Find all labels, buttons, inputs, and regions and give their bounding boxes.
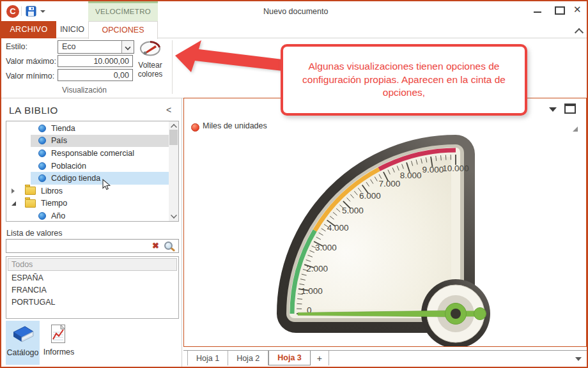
tree-item-body[interactable]: Tienda — [31, 122, 169, 135]
catalog-label: Catálogo — [6, 348, 40, 357]
min-value-field[interactable] — [58, 69, 133, 81]
dimension-dot-icon — [38, 162, 46, 170]
tree-item[interactable]: Población — [6, 160, 169, 172]
sheet-tab[interactable]: Hoja 2 — [228, 351, 268, 365]
tree-item-body[interactable]: Responsable comercial — [31, 147, 169, 160]
sheet-tab[interactable]: Hoja 3 — [268, 351, 311, 365]
panel-maximize-icon[interactable] — [564, 103, 576, 114]
sheet-overflow-icon[interactable] — [575, 357, 582, 361]
dimension-dot-icon — [38, 150, 46, 157]
list-item[interactable]: Todos — [8, 258, 177, 271]
annotation-callout: Algunas visualizaciones tienen opciones … — [281, 44, 527, 116]
svg-text:1.000: 1.000 — [301, 286, 323, 296]
document-title: Nuevo documento — [263, 7, 328, 16]
folder-icon — [25, 199, 36, 208]
flip-colors-label-1: Voltear — [138, 61, 162, 70]
list-item[interactable]: ESPAÑA — [6, 272, 178, 284]
tree-item-label: Año — [51, 211, 65, 220]
save-icon[interactable] — [26, 6, 36, 17]
app-logo-icon[interactable]: C — [6, 5, 19, 18]
svg-text:4.000: 4.000 — [327, 223, 349, 233]
reports-button[interactable]: Informes — [42, 321, 75, 365]
annotation-arrow — [171, 36, 286, 81]
max-value-label: Valor máximo: — [6, 57, 56, 66]
sidebar-title: LA BIBLIO — [9, 105, 58, 116]
style-select-value: Eco — [62, 42, 76, 51]
values-list-label: Lista de valores — [6, 229, 63, 238]
dimension-dot-icon — [38, 125, 46, 132]
values-list: TodosESPAÑAFRANCIAPORTUGAL — [6, 256, 179, 319]
minimize-button[interactable] — [534, 12, 541, 13]
svg-text:7.000: 7.000 — [379, 179, 401, 188]
tree-item[interactable]: Código tienda — [6, 172, 169, 185]
tree-item[interactable]: Año — [6, 210, 169, 222]
tree-item[interactable]: País — [6, 135, 169, 148]
search-icon[interactable] — [164, 241, 173, 250]
ribbon-group-label: Visualización — [24, 86, 145, 95]
legend-marker — [191, 123, 199, 132]
tree-item[interactable]: Tiempo — [6, 197, 169, 210]
tree-item[interactable]: Tienda — [6, 122, 169, 135]
quick-access-menu-icon[interactable] — [40, 10, 45, 13]
tree-item-label: Tiempo — [41, 199, 67, 208]
mouse-cursor — [102, 179, 111, 190]
svg-text:10.000: 10.000 — [442, 164, 468, 173]
chevron-down-icon[interactable] — [121, 41, 134, 53]
tree-item-body[interactable]: Código tienda — [31, 172, 169, 185]
svg-text:5.000: 5.000 — [342, 206, 364, 215]
style-select[interactable]: Eco — [58, 40, 134, 54]
tree-item-label: Código tienda — [51, 174, 100, 183]
svg-text:8.000: 8.000 — [400, 171, 422, 180]
annotation-text: Algunas visualizaciones tienen opciones … — [296, 60, 512, 100]
list-item[interactable]: FRANCIA — [6, 284, 178, 296]
values-search-input[interactable] — [8, 241, 144, 252]
folder-icon — [25, 187, 36, 195]
tree-item-body[interactable]: Tiempo — [20, 197, 169, 210]
panel-resize-grip-icon — [573, 126, 578, 132]
panel-menu-icon[interactable] — [549, 107, 557, 112]
svg-text:6.000: 6.000 — [359, 191, 381, 201]
tab-inicio[interactable]: INICIO — [56, 21, 88, 38]
tree-item-body[interactable]: Libros — [20, 185, 169, 197]
contextual-tab-velocimetro[interactable]: VELOCÍMETRO — [88, 1, 158, 21]
tab-archivo[interactable]: ARCHIVO — [1, 21, 56, 38]
list-item[interactable]: PORTUGAL — [6, 296, 178, 309]
scroll-down-icon[interactable] — [171, 212, 177, 218]
svg-text:2.000: 2.000 — [306, 264, 328, 273]
clear-search-icon[interactable]: ✖ — [152, 241, 159, 250]
expander-expanded-icon[interactable] — [12, 201, 20, 206]
add-sheet-button[interactable]: + — [311, 351, 329, 365]
flip-colors-label-2: colores — [138, 70, 163, 79]
tree-item-body[interactable]: Población — [31, 160, 169, 172]
collapse-ribbon-icon[interactable] — [575, 28, 584, 37]
sheet-tab[interactable]: Hoja 1 — [187, 351, 228, 365]
app-window: C VELOCÍMETRO Nuevo documento ✕ ARCHIVO … — [0, 0, 588, 368]
tree-item-label: País — [51, 136, 67, 145]
max-value-field[interactable] — [58, 55, 133, 67]
gauge-visualization-panel[interactable]: Miles de unidades 01.0002.0003.0004.0005… — [183, 98, 587, 347]
sidebar-collapse-icon[interactable]: < — [166, 105, 171, 115]
tree-scrollbar[interactable] — [169, 121, 178, 221]
tree-item[interactable]: Responsable comercial — [6, 147, 169, 160]
flip-colors-button[interactable]: Voltear colores — [133, 40, 167, 91]
dimension-dot-icon — [38, 137, 46, 144]
tree-item-label: Libros — [41, 187, 63, 195]
catalog-button[interactable]: Catálogo — [6, 321, 40, 365]
scrollbar-thumb[interactable] — [169, 130, 178, 145]
legend-label: Miles de unidades — [203, 121, 267, 130]
divider — [21, 6, 22, 16]
maximize-button[interactable] — [555, 6, 565, 15]
expander-collapsed-icon[interactable] — [12, 188, 20, 194]
reports-label: Informes — [42, 348, 75, 356]
sheet-tab-strip: Hoja 1Hoja 2Hoja 3+ — [183, 350, 588, 367]
tree-item-body[interactable]: Año — [31, 210, 169, 222]
tree-item-body[interactable]: País — [31, 135, 169, 148]
style-field-label: Estilo: — [6, 42, 27, 51]
tree-item[interactable]: Libros — [6, 185, 169, 197]
close-button[interactable]: ✕ — [573, 4, 582, 15]
tab-opciones[interactable]: OPCIONES — [88, 21, 158, 39]
gauge-icon — [139, 40, 161, 56]
tree-item-label: Responsable comercial — [51, 149, 134, 158]
report-icon — [50, 324, 67, 344]
dimension-dot-icon — [38, 174, 46, 182]
